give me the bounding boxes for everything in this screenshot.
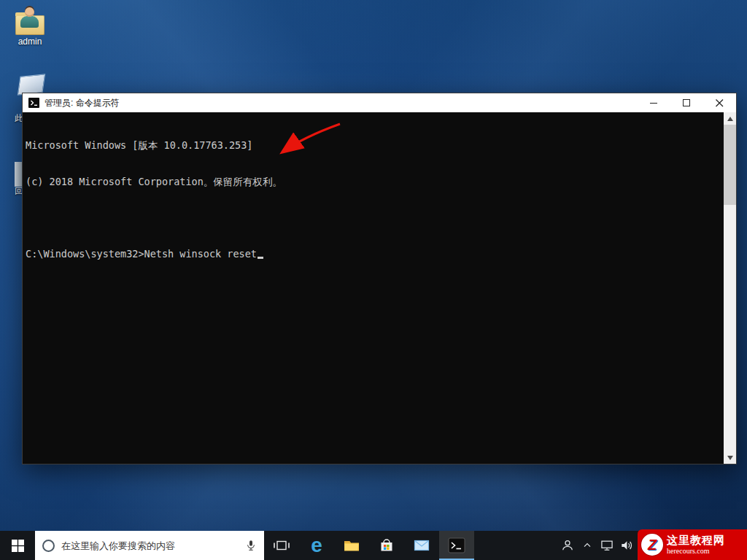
cmd-window: 管理员: 命令提示符 Microsoft Windows [版本 10.0.17… xyxy=(22,93,737,464)
console-line: Microsoft Windows [版本 10.0.17763.253] xyxy=(26,139,721,152)
mail-icon xyxy=(414,539,430,552)
desktop-icon-admin[interactable]: admin xyxy=(9,6,51,47)
watermark-logo-icon: Z xyxy=(641,534,663,556)
store-button[interactable] xyxy=(369,531,404,560)
microphone-icon[interactable] xyxy=(245,538,257,553)
system-tray xyxy=(557,531,636,560)
window-title: 管理员: 命令提示符 xyxy=(44,97,120,109)
console-line: (c) 2018 Microsoft Corporation。保留所有权利。 xyxy=(26,176,721,188)
taskbar-search[interactable] xyxy=(35,531,264,560)
recycle-bin-icon[interactable] xyxy=(15,162,22,187)
search-input[interactable] xyxy=(61,540,245,551)
network-button[interactable] xyxy=(597,531,616,560)
folder-icon xyxy=(343,538,360,553)
command-text: Netsh winsock reset xyxy=(144,248,257,260)
edge-icon: e xyxy=(311,535,322,556)
task-view-button[interactable] xyxy=(264,531,299,560)
person-icon xyxy=(560,538,575,553)
close-button[interactable] xyxy=(703,93,736,112)
maximize-button[interactable] xyxy=(670,93,703,112)
watermark-site-name: 这里教程网 xyxy=(667,534,725,547)
titlebar[interactable]: 管理员: 命令提示符 xyxy=(23,93,736,112)
minimize-button[interactable] xyxy=(638,93,670,112)
console-line-blank xyxy=(26,211,721,224)
user-folder-icon xyxy=(14,6,46,35)
cmd-icon xyxy=(448,537,465,554)
speaker-icon xyxy=(619,538,634,553)
store-icon xyxy=(379,537,395,553)
cmd-app-icon xyxy=(28,98,39,108)
task-view-icon xyxy=(274,539,290,552)
prompt-text: C:\Windows\system32> xyxy=(26,248,144,260)
volume-button[interactable] xyxy=(616,531,636,560)
chevron-up-icon xyxy=(581,540,593,551)
scroll-down-icon[interactable] xyxy=(724,451,736,464)
console-prompt-line: C:\Windows\system32>Netsh winsock reset xyxy=(26,248,721,260)
text-cursor-icon xyxy=(258,250,263,259)
desktop-icon-label: admin xyxy=(9,36,51,47)
cmd-taskbar-button[interactable] xyxy=(439,531,474,560)
tray-overflow-button[interactable] xyxy=(577,531,597,560)
edge-button[interactable]: e xyxy=(299,531,334,560)
watermark-site-url: herecours.com xyxy=(667,547,725,555)
start-button[interactable] xyxy=(0,531,35,560)
console-output[interactable]: Microsoft Windows [版本 10.0.17763.253] (c… xyxy=(23,112,724,464)
windows-logo-icon xyxy=(12,540,24,552)
console-scrollbar[interactable] xyxy=(724,112,736,464)
network-display-icon xyxy=(600,538,614,553)
cortana-icon xyxy=(42,540,55,552)
file-explorer-button[interactable] xyxy=(334,531,369,560)
watermark: Z 这里教程网 herecours.com xyxy=(638,529,747,560)
mail-button[interactable] xyxy=(404,531,439,560)
scroll-up-icon[interactable] xyxy=(724,112,736,125)
scrollbar-thumb[interactable] xyxy=(724,125,736,205)
people-button[interactable] xyxy=(557,531,577,560)
taskbar: e xyxy=(0,531,747,560)
